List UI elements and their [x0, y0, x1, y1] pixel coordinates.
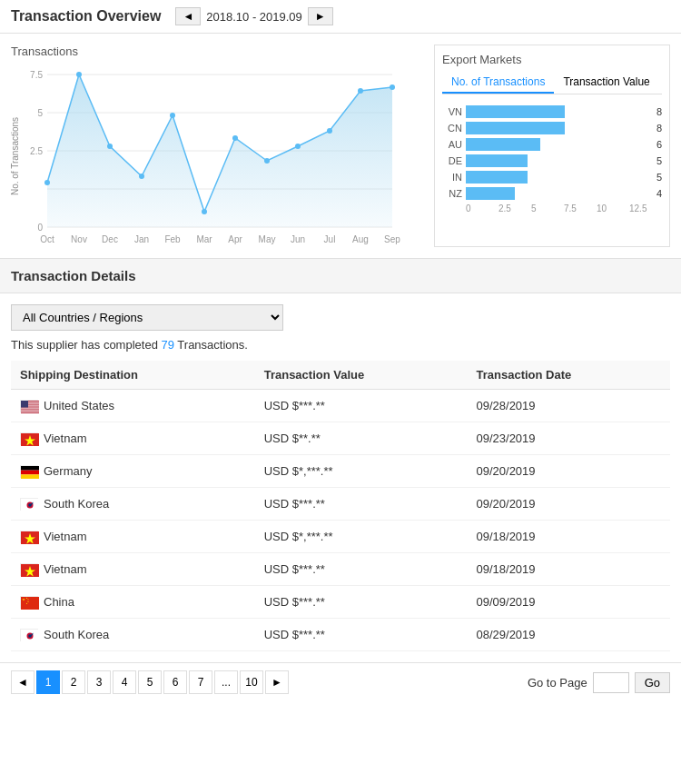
bar-fill: [466, 122, 565, 134]
transactions-chart-title: Transactions: [11, 45, 423, 58]
svg-point-21: [358, 88, 363, 94]
next-date-button[interactable]: ►: [308, 7, 333, 25]
destination-cell: Vietnam: [11, 553, 255, 586]
destination-cell: Vietnam: [11, 422, 255, 455]
bar-row: IN 5: [442, 171, 662, 184]
bar-outer: [466, 171, 653, 184]
table-row: South Korea USD $***.** 09/20/2019: [11, 488, 670, 521]
svg-rect-47: [21, 474, 39, 479]
flag-icon: [20, 629, 38, 641]
pagination: ◄1234567...10► Go to Page Go: [0, 662, 681, 701]
svg-point-19: [295, 144, 301, 149]
tab-no-of-transactions[interactable]: No. of Transactions: [442, 72, 554, 94]
table-header-row: Shipping Destination Transaction Value T…: [11, 361, 670, 390]
bar-value: 4: [656, 188, 662, 199]
prev-date-button[interactable]: ◄: [175, 7, 201, 25]
bar-value: 8: [656, 106, 662, 117]
export-markets-title: Export Markets: [442, 53, 662, 66]
svg-point-17: [232, 135, 238, 141]
svg-rect-42: [21, 401, 28, 408]
country-dropdown[interactable]: All Countries / Regions: [11, 304, 283, 331]
page-btn[interactable]: 6: [163, 670, 187, 694]
flag-icon: [20, 498, 38, 511]
bar-outer: [466, 122, 653, 134]
svg-point-14: [139, 174, 144, 179]
page-btn[interactable]: 1: [36, 670, 60, 694]
transaction-date-cell: 09/09/2019: [468, 586, 671, 619]
svg-rect-41: [21, 411, 39, 412]
svg-text:Dec: Dec: [102, 234, 118, 244]
page-btn[interactable]: ◄: [11, 670, 35, 694]
page-btn[interactable]: ►: [265, 670, 289, 694]
transaction-value-cell: USD $**.**: [255, 422, 468, 455]
bar-fill: [466, 187, 515, 200]
svg-point-11: [44, 180, 50, 185]
line-chart-area: 7.5 5 2.5 0 No. of Transactions: [11, 65, 423, 247]
export-markets-tabs: No. of Transactions Transaction Value: [442, 72, 662, 94]
destination-name: United States: [44, 399, 114, 412]
bar-value: 5: [656, 172, 662, 183]
page-buttons: ◄1234567...10►: [11, 670, 289, 694]
svg-text:Oct: Oct: [40, 234, 54, 244]
destination-name: Germany: [44, 464, 92, 478]
transactions-chart: Transactions 7.5 5 2.5 0 No. of Transact…: [11, 45, 423, 247]
note-text: This supplier has completed: [11, 338, 158, 352]
page-btn[interactable]: 5: [138, 670, 162, 694]
transaction-date-cell: 09/23/2019: [468, 422, 671, 455]
transaction-count-link[interactable]: 79: [161, 338, 173, 352]
svg-point-12: [76, 72, 82, 77]
transaction-value-cell: USD $***.**: [255, 586, 468, 619]
page-btn[interactable]: 3: [87, 670, 111, 694]
svg-text:7.5: 7.5: [30, 70, 43, 80]
page-btn[interactable]: 4: [113, 670, 136, 694]
svg-rect-45: [21, 466, 39, 471]
tab-transaction-value[interactable]: Transaction Value: [554, 72, 658, 94]
bar-axis: 02.557.51012.5: [466, 203, 662, 213]
svg-point-18: [264, 158, 270, 164]
page-btn[interactable]: 7: [189, 670, 212, 694]
table-row: South Korea USD $***.** 08/29/2019: [11, 619, 670, 651]
svg-point-22: [390, 84, 395, 90]
transaction-date-cell: 09/20/2019: [468, 488, 671, 521]
transaction-value-cell: USD $***.**: [255, 488, 468, 521]
go-button[interactable]: Go: [635, 672, 670, 693]
destination-cell: South Korea: [11, 488, 255, 521]
page-btn[interactable]: ...: [214, 670, 238, 694]
destination-name: Vietnam: [44, 432, 86, 445]
flag-icon: [20, 432, 38, 445]
svg-rect-39: [21, 407, 39, 408]
svg-point-50: [28, 503, 32, 507]
bar-fill: [466, 138, 540, 151]
bar-outer: [466, 105, 653, 118]
svg-text:Jun: Jun: [291, 234, 305, 244]
axis-tick: 0: [466, 203, 498, 213]
bar-row: CN 8: [442, 122, 662, 134]
svg-text:5: 5: [37, 108, 43, 118]
go-to-page-input[interactable]: [593, 672, 629, 693]
transaction-date-cell: 09/18/2019: [468, 553, 671, 586]
axis-tick: 2.5: [498, 203, 531, 213]
svg-text:2.5: 2.5: [30, 146, 43, 156]
svg-text:No. of Transactions: No. of Transactions: [10, 117, 20, 195]
page-title: Transaction Overview: [11, 8, 161, 25]
transaction-details-body: All Countries / Regions This supplier ha…: [0, 293, 681, 662]
transaction-details-section: Transaction Details: [0, 258, 681, 293]
transaction-value-cell: USD $***.**: [255, 619, 468, 651]
transaction-value-cell: USD $***.**: [255, 390, 468, 422]
supplier-note: This supplier has completed 79 Transacti…: [11, 338, 670, 352]
bar-fill: [466, 105, 565, 118]
destination-cell: South Korea: [11, 619, 255, 651]
country-filter-row: All Countries / Regions: [11, 304, 670, 331]
bar-outer: [466, 138, 653, 151]
transaction-value-cell: USD $*,***.**: [255, 521, 468, 553]
svg-point-16: [202, 209, 207, 214]
page-btn[interactable]: 10: [240, 670, 263, 694]
date-navigation: ◄ 2018.10 - 2019.09 ►: [175, 7, 332, 25]
page-btn[interactable]: 2: [62, 670, 85, 694]
transaction-date-cell: 09/20/2019: [468, 455, 671, 488]
table-row: Vietnam USD $*,***.** 09/18/2019: [11, 521, 670, 553]
destination-name: South Korea: [44, 497, 109, 511]
col-transaction-value: Transaction Value: [255, 361, 468, 390]
destination-cell: China: [11, 586, 255, 619]
bar-label: CN: [442, 123, 462, 134]
